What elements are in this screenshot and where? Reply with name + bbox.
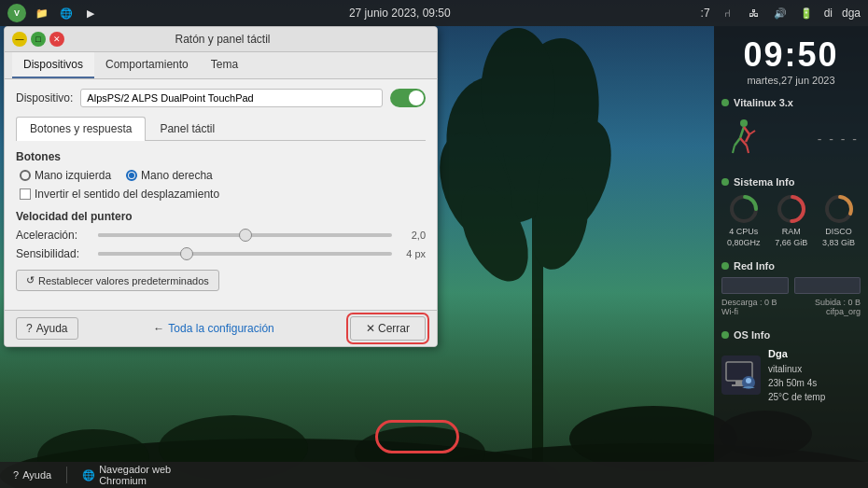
sub-tabs: Botones y respuesta Panel táctil: [16, 117, 426, 141]
help-button[interactable]: ? Ayuda: [16, 317, 78, 340]
layout-indicator: di: [824, 7, 833, 20]
svg-line-17: [740, 127, 744, 138]
red-header: Red Info: [721, 260, 861, 272]
cpu-speed-value: 0,80GHz: [727, 238, 761, 247]
maximize-button[interactable]: □: [31, 32, 46, 47]
svg-line-24: [747, 146, 749, 153]
aceleracion-thumb[interactable]: [239, 229, 252, 242]
vitalinux-header: Vitalinux 3.x: [721, 97, 861, 108]
close-button[interactable]: ✕ Cerrar: [350, 316, 426, 341]
subtab-panel[interactable]: Panel táctil: [146, 117, 229, 140]
help-label: Ayuda: [36, 322, 68, 335]
svg-rect-32: [735, 381, 743, 384]
bluetooth-icon[interactable]: ⑁: [720, 5, 736, 21]
ram-label: RAM: [782, 227, 801, 236]
checkbox-box: [20, 188, 31, 200]
aceleracion-fill: [98, 233, 245, 237]
svg-point-16: [740, 119, 748, 127]
red-section: Red Info Descarga : 0 B Wi-fi Subida : 0…: [721, 260, 861, 316]
sensibilidad-track[interactable]: [98, 252, 392, 256]
aceleracion-track[interactable]: [98, 233, 392, 237]
taskbar-bottom: ? Ayuda 🌐 Navegador web Chromium: [0, 462, 868, 488]
subida-label: Subida : 0 B: [815, 298, 861, 307]
red-dot: [721, 262, 729, 270]
vitalinux-dashes: - - - -: [818, 132, 859, 146]
sistema-dot: [721, 178, 729, 186]
radio-group: Mano izquierda Mano derecha: [16, 169, 426, 182]
footer-center: ← Toda la configuración: [153, 322, 273, 335]
speed-title: Velocidad del puntero: [16, 210, 426, 223]
aceleracion-label: Aceleración:: [16, 229, 91, 242]
radio-left[interactable]: Mano izquierda: [20, 169, 111, 182]
speed-section: Velocidad del puntero Aceleración: 2,0 S…: [16, 210, 426, 260]
disk-circle: [823, 193, 855, 225]
network-bars: [721, 277, 861, 294]
right-panel: 09:50 martes,27 jun 2023 Vitalinux 3.x: [714, 26, 868, 462]
radio-left-label: Mano izquierda: [35, 169, 111, 182]
vitalinux-logo[interactable]: V: [7, 4, 26, 22]
cpu-circle: [728, 193, 760, 225]
net-info-row: Descarga : 0 B Wi-fi Subida : 0 B cifpa_…: [721, 298, 861, 316]
os-section: OS Info Dga vitalinux: [721, 329, 861, 404]
net-info-left: Descarga : 0 B Wi-fi: [721, 298, 777, 316]
help-taskbar-btn[interactable]: ? Ayuda: [7, 467, 57, 482]
sistema-header: Sistema Info: [721, 176, 861, 188]
svg-line-18: [735, 138, 740, 146]
svg-point-3: [490, 31, 611, 213]
checkbox-invert[interactable]: Invertir el sentido del desplazamiento: [16, 188, 426, 201]
reset-icon: ↺: [26, 274, 35, 286]
download-bar: [721, 277, 789, 294]
radio-left-circle: [20, 170, 31, 181]
os-header: OS Info: [721, 329, 861, 341]
app-sub: Chromium: [99, 475, 171, 486]
battery-icon[interactable]: 🔋: [798, 5, 815, 21]
desktop: V 📁 🌐 ▶ 27 junio 2023, 09:50 :7 ⑁ 🖧 🔊 🔋 …: [0, 0, 868, 488]
tab-comportamiento[interactable]: Comportamiento: [94, 52, 200, 78]
taskbar-top: V 📁 🌐 ▶ 27 junio 2023, 09:50 :7 ⑁ 🖧 🔊 🔋 …: [0, 0, 868, 26]
close-highlight: [375, 420, 459, 453]
dialog-content: Dispositivo: AlpsPS/2 ALPS DualPoint Tou…: [5, 79, 437, 310]
taskbar-left: V 📁 🌐 ▶: [7, 4, 99, 22]
browser-taskbar-btn[interactable]: 🌐 Navegador web Chromium: [77, 462, 176, 488]
window-close-button[interactable]: ✕: [49, 32, 64, 47]
radio-right[interactable]: Mano derecha: [126, 169, 213, 182]
vitalinux-dot: [721, 99, 729, 106]
gauges-row: 4 CPUs 0,80GHz RAM 7,66 GiB: [721, 193, 861, 247]
dialog-window: — □ ✕ Ratón y panel táctil Dispositivos …: [4, 26, 438, 347]
subtab-botones[interactable]: Botones y respuesta: [16, 117, 146, 141]
sensibilidad-fill: [98, 252, 187, 256]
minimize-button[interactable]: —: [12, 32, 27, 47]
botones-title: Botones: [16, 150, 426, 163]
sound-icon[interactable]: 🔊: [772, 5, 789, 21]
net-info-right: Subida : 0 B cifpa_org: [815, 298, 861, 316]
network-icon[interactable]: 🖧: [746, 5, 763, 21]
footer-right: ✕ Cerrar: [350, 316, 426, 341]
svg-point-35: [746, 378, 751, 383]
svg-point-5: [427, 123, 526, 251]
config-link[interactable]: Toda la configuración: [168, 322, 273, 335]
cifpa-label: cifpa_org: [815, 307, 861, 316]
svg-point-6: [523, 109, 625, 245]
toggle-knob: [409, 91, 424, 105]
vitalinux-label: Vitalinux 3.x: [734, 97, 793, 108]
runner-icon: [723, 118, 765, 160]
browser-taskbar-icon: 🌐: [82, 469, 95, 481]
tab-dispositivos[interactable]: Dispositivos: [12, 52, 94, 78]
device-toggle[interactable]: [390, 89, 426, 107]
sistema-section: Sistema Info 4 CPUs 0,80GHz: [721, 176, 861, 247]
help-icon: ?: [26, 322, 33, 335]
browser-icon[interactable]: 🌐: [58, 5, 75, 21]
device-select[interactable]: AlpsPS/2 ALPS DualPoint TouchPad: [80, 89, 383, 107]
os-avatar: [721, 356, 761, 395]
media-icon[interactable]: ▶: [82, 5, 99, 21]
tab-tema[interactable]: Tema: [200, 52, 249, 78]
radio-right-circle: [126, 170, 137, 181]
reset-button[interactable]: ↺ Restablecer valores predeterminados: [16, 270, 219, 291]
bottom-separator: [66, 467, 67, 483]
sensibilidad-label: Sensibilidad:: [16, 247, 91, 260]
files-icon[interactable]: 📁: [34, 5, 50, 21]
svg-line-21: [749, 131, 755, 134]
taskbar-counter: :7: [701, 7, 710, 20]
cpu-count-label: 4 CPUs: [729, 227, 758, 236]
sensibilidad-thumb[interactable]: [180, 247, 193, 260]
